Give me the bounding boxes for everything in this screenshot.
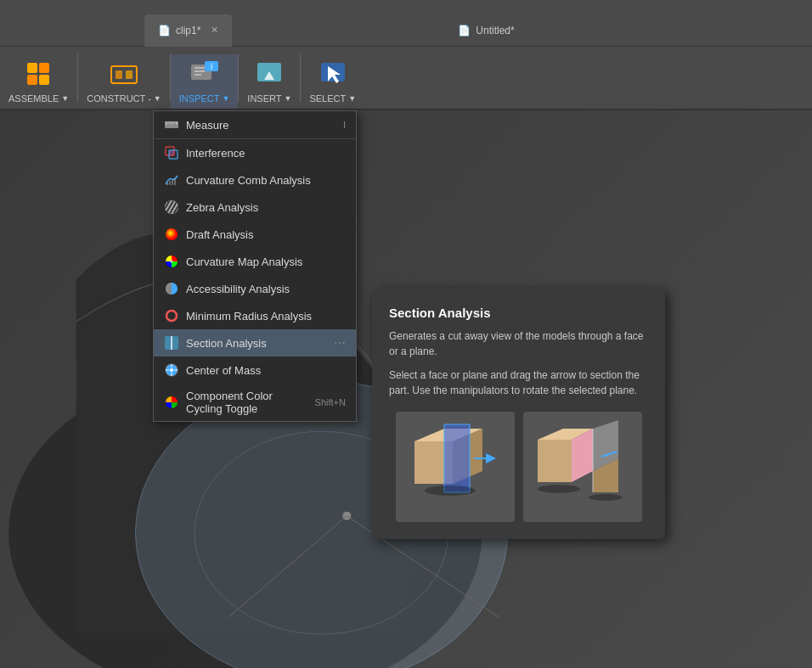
- tooltip-images: [389, 412, 648, 522]
- svg-rect-10: [111, 66, 137, 83]
- menu-item-component-color[interactable]: Component Color Cycling Toggle Shift+N: [154, 384, 356, 421]
- insert-group[interactable]: INSERT ▼: [239, 54, 300, 109]
- svg-marker-55: [444, 424, 470, 492]
- inspect-icon: i: [189, 59, 220, 90]
- svg-rect-44: [171, 336, 172, 350]
- inspect-arrow: ▼: [222, 94, 229, 103]
- tab2-label: Untitled*: [476, 25, 514, 36]
- assemble-label: ASSEMBLE ▼: [8, 93, 69, 104]
- curvature-comb-label: Curvature Comb Analysis: [186, 174, 346, 187]
- assemble-icon: [24, 59, 54, 90]
- inspect-group[interactable]: i INSPECT ▼: [171, 54, 239, 109]
- construct-arrow: ▼: [154, 94, 161, 103]
- accessibility-label: Accessibility Analysis: [186, 283, 346, 295]
- tab-clip1[interactable]: 📄 clip1* ✕: [144, 14, 232, 47]
- menu-item-interference[interactable]: Interference: [154, 138, 356, 166]
- svg-point-40: [170, 260, 173, 263]
- select-icon: [318, 59, 348, 90]
- interference-label: Interference: [186, 147, 346, 160]
- menu-item-center-of-mass[interactable]: Center of Mass: [154, 356, 356, 384]
- mass-icon: [164, 362, 179, 378]
- toolbar: ASSEMBLE ▼ CONSTRUCT - ▼: [0, 47, 812, 110]
- svg-rect-6: [27, 63, 37, 73]
- menu-item-curvature-map[interactable]: Curvature Map Analysis: [154, 248, 356, 275]
- curvature-map-label: Curvature Map Analysis: [186, 255, 346, 268]
- tooltip-image-after: [523, 412, 642, 522]
- tooltip-image-before: [396, 412, 515, 522]
- svg-rect-36: [165, 200, 178, 214]
- svg-point-42: [166, 311, 177, 321]
- comb-icon: [164, 172, 179, 188]
- measure-shortcut: I: [343, 120, 346, 130]
- svg-point-46: [170, 368, 173, 372]
- cycling-icon: [164, 395, 179, 410]
- assemble-group[interactable]: ASSEMBLE ▼: [0, 54, 77, 109]
- svg-marker-59: [538, 440, 572, 482]
- zebra-icon: [164, 199, 179, 215]
- assemble-arrow: ▼: [61, 94, 69, 103]
- svg-rect-12: [126, 70, 133, 79]
- menu-item-section[interactable]: Section Analysis ⋯: [154, 329, 356, 356]
- construct-group[interactable]: CONSTRUCT - ▼: [78, 54, 170, 109]
- minrad-icon: [164, 308, 179, 323]
- svg-rect-9: [39, 75, 49, 85]
- section-more-icon: ⋯: [334, 336, 346, 350]
- center-of-mass-label: Center of Mass: [186, 364, 346, 377]
- tab-untitled[interactable]: 📄 Untitled*: [444, 14, 527, 47]
- access-icon: [164, 281, 179, 296]
- section-analysis-tooltip: Section Analysis Generates a cut away vi…: [372, 289, 665, 539]
- inspect-label: INSPECT ▼: [179, 93, 230, 104]
- menu-item-accessibility[interactable]: Accessibility Analysis: [154, 275, 356, 302]
- section-label: Section Analysis: [186, 337, 327, 350]
- component-color-label: Component Color Cycling Toggle: [186, 390, 308, 415]
- svg-point-38: [166, 228, 178, 240]
- tab1-label: clip1*: [176, 25, 200, 36]
- tab1-close[interactable]: ✕: [211, 25, 218, 36]
- select-group[interactable]: SELECT ▼: [301, 54, 364, 109]
- inspect-dropdown: Measure I Interference Curvature Comb An…: [153, 110, 357, 422]
- construct-icon: [109, 59, 139, 90]
- draft-icon: [164, 227, 179, 242]
- tab-area: 📄 clip1* ✕ 📄 Untitled*: [0, 0, 528, 46]
- curvmap-icon: [164, 254, 179, 269]
- menu-item-min-radius[interactable]: Minimum Radius Analysis: [154, 302, 356, 329]
- tooltip-desc1: Generates a cut away view of the models …: [389, 328, 648, 359]
- measure-label: Measure: [186, 119, 336, 132]
- menu-item-measure[interactable]: Measure I: [154, 111, 356, 138]
- svg-point-66: [538, 485, 580, 493]
- interference-icon: [164, 145, 179, 160]
- zebra-label: Zebra Analysis: [186, 201, 346, 214]
- component-color-shortcut: Shift+N: [315, 397, 346, 407]
- insert-label: INSERT ▼: [247, 93, 291, 104]
- tooltip-title: Section Analysis: [389, 306, 648, 320]
- select-label: SELECT ▼: [309, 93, 356, 104]
- svg-rect-30: [169, 150, 174, 155]
- draft-label: Draft Analysis: [186, 228, 346, 241]
- ruler-icon: [164, 117, 179, 132]
- svg-rect-8: [27, 75, 37, 85]
- insert-icon: [254, 59, 285, 90]
- svg-point-57: [425, 486, 476, 496]
- insert-arrow: ▼: [284, 94, 291, 103]
- svg-point-67: [589, 494, 623, 501]
- menu-item-draft[interactable]: Draft Analysis: [154, 221, 356, 248]
- section-icon: [164, 335, 179, 351]
- min-radius-label: Minimum Radius Analysis: [186, 310, 346, 323]
- title-bar: 📄 clip1* ✕ 📄 Untitled*: [0, 0, 812, 47]
- svg-rect-11: [116, 70, 122, 79]
- tab2-icon: 📄: [458, 25, 471, 36]
- menu-item-curvature-comb[interactable]: Curvature Comb Analysis: [154, 166, 356, 194]
- select-arrow: ▼: [348, 94, 356, 103]
- tab1-icon: 📄: [158, 25, 171, 36]
- tooltip-desc2: Select a face or plane and drag the arro…: [389, 368, 648, 398]
- construct-label: CONSTRUCT - ▼: [87, 93, 161, 104]
- menu-item-zebra[interactable]: Zebra Analysis: [154, 194, 356, 221]
- svg-rect-7: [39, 63, 49, 73]
- svg-text:i: i: [210, 62, 211, 71]
